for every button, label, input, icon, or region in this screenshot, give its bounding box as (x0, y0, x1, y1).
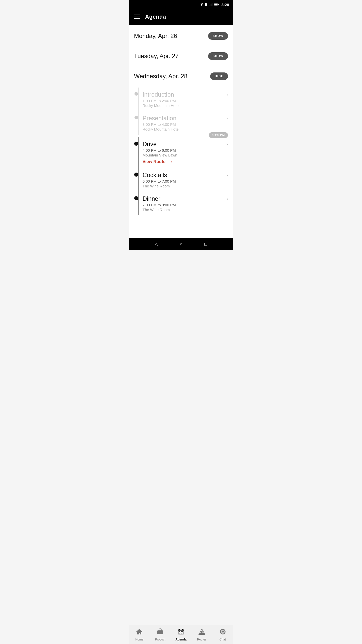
event-location-cocktails: The Wine Room (143, 184, 227, 188)
timeline-section: Introduction 1:00 PM to 2:00 PM Rocky Mo… (129, 85, 233, 218)
svg-rect-3 (209, 5, 209, 6)
event-content-cocktails: Cocktails 6:00 PM to 7:00 PM The Wine Ro… (143, 172, 227, 188)
event-title-presentation: Presentation (143, 115, 227, 122)
location-icon (200, 3, 203, 6)
signal-icon (209, 3, 213, 6)
event-introduction[interactable]: Introduction 1:00 PM to 2:00 PM Rocky Mo… (129, 88, 233, 111)
current-upcoming-events: Drive 4:00 PM to 6:00 PM Mountain View L… (129, 137, 233, 215)
status-bar: 3:28 (129, 0, 233, 9)
event-arrow-cocktails[interactable]: › (227, 173, 228, 178)
day-section-monday: Monday, Apr. 26 SHOW (129, 25, 233, 45)
event-content-dinner: Dinner 7:00 PM to 9:00 PM The Wine Room (143, 195, 227, 212)
svg-rect-2 (207, 4, 207, 5)
hide-wednesday-button[interactable]: HIDE (210, 72, 228, 80)
day-section-tuesday: Tuesday, Apr. 27 SHOW (129, 45, 233, 65)
status-time: 3:28 (221, 3, 229, 7)
event-dot-cocktails (134, 173, 138, 177)
event-dot-presentation (134, 116, 138, 119)
day-title-tuesday: Tuesday, Apr. 27 (134, 53, 178, 60)
event-arrow-introduction[interactable]: › (227, 92, 228, 97)
event-content-presentation: Presentation 3:00 PM to 4:00 PM Rocky Mo… (143, 115, 227, 131)
event-title-cocktails: Cocktails (143, 172, 227, 179)
event-content-drive: Drive 4:00 PM to 6:00 PM Mountain View L… (143, 141, 227, 165)
vibrate-icon (204, 3, 207, 6)
event-location-introduction: Rocky Mountain Hotel (143, 103, 227, 108)
event-arrow-presentation[interactable]: › (227, 116, 228, 121)
event-dinner[interactable]: Dinner 7:00 PM to 9:00 PM The Wine Room … (129, 192, 233, 215)
event-location-dinner: The Wine Room (143, 208, 227, 212)
svg-rect-4 (210, 4, 210, 6)
day-header-wednesday: Wednesday, Apr. 28 HIDE (134, 70, 228, 83)
android-home-button[interactable]: ○ (180, 242, 183, 247)
past-events: Introduction 1:00 PM to 2:00 PM Rocky Mo… (129, 88, 233, 135)
show-tuesday-button[interactable]: SHOW (208, 52, 228, 60)
day-title-wednesday: Wednesday, Apr. 28 (134, 73, 188, 80)
event-arrow-dinner[interactable]: › (227, 196, 228, 202)
svg-rect-5 (211, 4, 211, 6)
svg-rect-1 (205, 4, 205, 5)
battery-icon (214, 3, 219, 6)
android-back-button[interactable]: ◁ (155, 241, 158, 247)
event-title-dinner: Dinner (143, 195, 227, 202)
menu-button[interactable] (134, 15, 140, 19)
view-route-button[interactable]: View Route (143, 159, 165, 164)
android-recent-button[interactable]: □ (204, 242, 207, 247)
event-content-introduction: Introduction 1:00 PM to 2:00 PM Rocky Mo… (143, 91, 227, 108)
event-time-dinner: 7:00 PM to 9:00 PM (143, 203, 227, 207)
day-title-monday: Monday, Apr. 26 (134, 32, 177, 39)
svg-rect-8 (218, 4, 219, 5)
day-section-wednesday: Wednesday, Apr. 28 HIDE (129, 65, 233, 85)
android-nav-bar: ◁ ○ □ (129, 238, 233, 250)
event-location-drive: Mountain View Lawn (143, 153, 227, 157)
day-header-monday: Monday, Apr. 26 SHOW (134, 30, 228, 42)
event-cocktails[interactable]: Cocktails 6:00 PM to 7:00 PM The Wine Ro… (129, 168, 233, 192)
event-title-introduction: Introduction (143, 91, 227, 98)
day-header-tuesday: Tuesday, Apr. 27 SHOW (134, 50, 228, 62)
event-title-drive: Drive (143, 141, 227, 148)
svg-rect-9 (214, 4, 217, 6)
event-time-presentation: 3:00 PM to 4:00 PM (143, 122, 227, 127)
event-time-drive: 4:00 PM to 6:00 PM (143, 148, 227, 152)
main-content: Monday, Apr. 26 SHOW Tuesday, Apr. 27 SH… (129, 25, 233, 238)
app-header: Agenda (129, 9, 233, 25)
view-route-container[interactable]: View Route → (143, 159, 227, 165)
event-time-cocktails: 6:00 PM to 7:00 PM (143, 179, 227, 183)
event-location-presentation: Rocky Mountain Hotel (143, 127, 227, 131)
event-arrow-drive[interactable]: › (227, 142, 228, 147)
event-time-introduction: 1:00 PM to 2:00 PM (143, 99, 227, 103)
page-title: Agenda (145, 14, 166, 20)
svg-rect-0 (205, 3, 207, 6)
event-dot-dinner (134, 196, 138, 200)
status-icons (200, 3, 219, 6)
view-route-arrow-icon: → (168, 159, 173, 165)
current-time-divider: 3:28 PM (129, 136, 233, 136)
event-presentation[interactable]: Presentation 3:00 PM to 4:00 PM Rocky Mo… (129, 111, 233, 135)
event-drive[interactable]: Drive 4:00 PM to 6:00 PM Mountain View L… (129, 137, 233, 168)
event-dot-introduction (134, 92, 138, 96)
event-dot-drive (134, 142, 138, 146)
svg-rect-6 (212, 3, 212, 6)
show-monday-button[interactable]: SHOW (208, 32, 228, 40)
